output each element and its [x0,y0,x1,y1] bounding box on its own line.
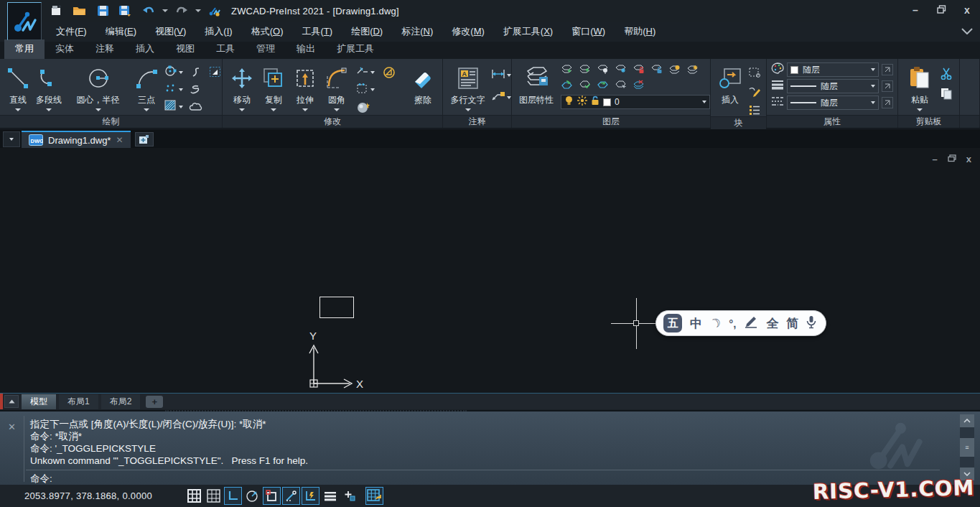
polyline-dropdown-caret[interactable] [46,108,52,111]
scroll-up-button[interactable] [960,414,974,427]
command-drag-handle[interactable] [165,410,467,411]
menu-file[interactable]: 文件(F) [47,22,95,41]
copy-clip-button[interactable] [940,87,953,101]
ime-punctuation-button[interactable]: °, [729,317,736,330]
command-input-prompt[interactable]: 命令: [30,473,52,485]
document-tab-drawing1[interactable]: DWG Drawing1.dwg* ✕ [22,131,131,148]
command-close-button[interactable]: ✕ [8,422,16,482]
selection-cycling-toggle-button[interactable] [340,487,358,505]
hatch-caret[interactable] [179,106,183,108]
document-tab-close-icon[interactable]: ✕ [116,135,123,145]
layer-freeze-sun-icon[interactable] [577,96,587,108]
menu-modify[interactable]: 修改(M) [443,22,493,41]
insert-block-button[interactable]: 插入 [715,62,745,106]
move-button[interactable]: 移动 [230,62,254,111]
drawing-canvas[interactable]: – x Y X 五 中 ☽ °, [0,148,980,394]
arc-3point-button[interactable]: 三点 [134,62,159,111]
ribbon-tab-manage[interactable]: 管理 [246,39,286,59]
layer-prev-button[interactable] [597,79,609,92]
dynamic-input-toggle-button[interactable] [302,487,319,505]
menu-express[interactable]: 扩展工具(X) [495,22,561,41]
layer-off-button[interactable] [561,64,573,77]
linetype-launcher-button[interactable] [882,97,893,108]
mdi-minimize-button[interactable]: – [933,154,938,164]
ribbon-collapse-chevron-icon[interactable] [961,24,973,37]
polyline-button[interactable]: 多段线 [36,62,62,111]
stretch-dropdown-caret[interactable] [302,108,308,111]
leader-caret[interactable] [507,96,511,99]
hatch-button[interactable] [164,100,177,114]
dimension-button[interactable] [491,69,505,82]
move-dropdown-caret[interactable] [239,108,245,111]
ime-chinese-mode-button[interactable]: 中 [690,315,702,332]
layer-select-dropdown[interactable]: 0 [561,95,710,109]
color-palette-icon[interactable] [771,62,784,77]
ime-microphone-icon[interactable] [806,315,816,332]
viewport-toggle-button[interactable] [365,487,383,505]
arc-dropdown-caret[interactable] [144,108,149,111]
scrollbar-track[interactable]: ≡ [960,427,974,468]
point-button[interactable] [164,83,177,97]
layer-walk-button[interactable] [615,79,627,92]
ribbon-tab-express[interactable]: 扩展工具 [326,39,385,59]
circle-dot-button[interactable] [164,65,177,80]
layer-lock-icon[interactable] [591,96,599,108]
ribbon-tab-insert[interactable]: 插入 [125,39,165,59]
layer-properties-button[interactable]: 图层特性 [518,62,555,106]
layer-color-swatch[interactable] [603,98,611,106]
ortho-toggle-button[interactable] [224,487,242,505]
layer-visibility-bulb-icon[interactable] [564,96,574,108]
layout-tab-layout2[interactable]: 布局2 [101,394,141,409]
redo-button[interactable] [172,3,191,19]
menu-draw[interactable]: 绘图(D) [342,22,391,41]
polar-toggle-button[interactable] [243,487,261,505]
layer-on-button[interactable] [579,64,591,77]
otrack-toggle-button[interactable] [282,487,300,505]
paste-dropdown-caret[interactable] [917,108,923,111]
trim-caret[interactable] [370,71,375,74]
linetype-dropdown[interactable]: 随层 [787,96,879,110]
ime-moon-icon[interactable]: ☽ [707,314,724,332]
menu-tools[interactable]: 工具(T) [293,22,341,41]
lineweight-toggle-button[interactable] [321,487,339,505]
layer-lock-button[interactable] [633,64,645,77]
circle-dot-caret[interactable] [179,71,183,74]
lineweight-launcher-button[interactable] [882,80,893,92]
layout-list-button[interactable] [4,395,19,408]
ime-wubi-button[interactable]: 五 [663,314,682,332]
line-dropdown-caret[interactable] [15,108,21,111]
stretch-button[interactable]: 拉伸 [293,62,317,111]
menu-edit[interactable]: 编辑(E) [97,22,145,41]
menu-view[interactable]: 视图(V) [146,22,195,41]
copy-button[interactable]: 复制 [261,62,286,111]
region-button[interactable] [209,65,222,79]
circle-center-radius-button[interactable]: 圆心，半径 [67,62,129,111]
edit-attributes-button[interactable] [748,84,761,98]
app-menu-button[interactable] [7,2,42,40]
menu-format[interactable]: 格式(O) [243,22,292,41]
attribute-manager-button[interactable] [748,103,761,116]
layer-delete-button[interactable] [633,79,645,92]
scale-caret[interactable] [370,88,375,91]
paste-button[interactable]: 粘贴 [904,62,935,111]
point-caret[interactable] [179,88,183,91]
grid-toggle-button[interactable] [205,487,223,505]
doc-tabs-dropdown-button[interactable] [3,131,20,147]
scale-button[interactable] [356,83,369,97]
scrollbar-thumb[interactable]: ≡ [960,438,974,457]
trim-button[interactable] [356,66,369,79]
lineweight-dropdown[interactable]: 随层 [787,79,879,93]
layout-tab-model[interactable]: 模型 [22,394,56,409]
menu-window[interactable]: 窗口(W) [563,22,614,41]
menu-help[interactable]: 帮助(H) [615,22,664,41]
ime-simplified-button[interactable]: 简 [786,315,798,332]
layer-on-bulb-button[interactable] [668,64,681,77]
save-as-button[interactable] [116,3,135,19]
dimension-caret[interactable] [507,74,511,77]
new-document-tab-button[interactable] [135,132,154,146]
layer-unlock-button[interactable] [650,64,663,77]
mdi-restore-button[interactable] [948,154,956,164]
mdi-close-button[interactable]: x [966,154,971,164]
ribbon-tab-annotate[interactable]: 注释 [85,39,125,59]
undo-dropdown-caret[interactable] [162,9,168,12]
